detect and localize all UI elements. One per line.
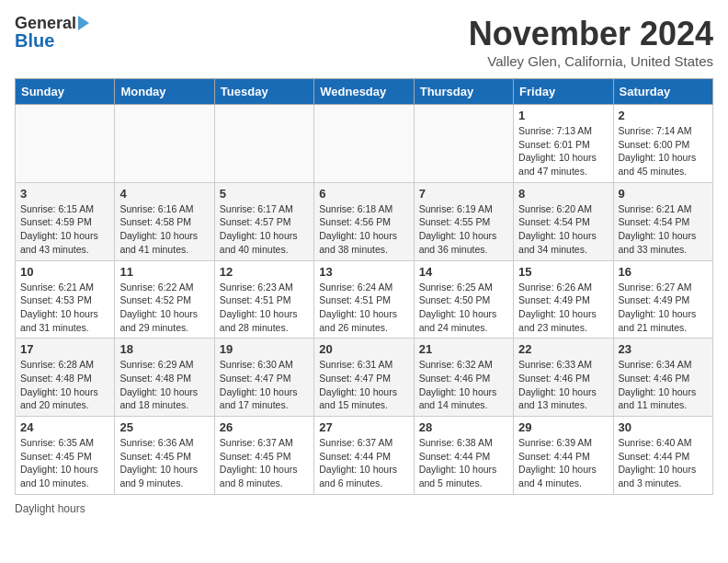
calendar-day-cell: 1Sunrise: 7:13 AMSunset: 6:01 PMDaylight… [514,105,613,183]
day-info: Sunrise: 6:34 AMSunset: 4:46 PMDaylight:… [619,358,708,412]
calendar-week-row: 17Sunrise: 6:28 AMSunset: 4:48 PMDayligh… [16,339,713,417]
day-info: Sunrise: 6:40 AMSunset: 4:44 PMDaylight:… [619,436,708,490]
calendar-day-cell: 7Sunrise: 6:19 AMSunset: 4:55 PMDaylight… [414,182,513,260]
day-number: 22 [518,342,608,356]
footer: Daylight hours [15,502,713,515]
day-info: Sunrise: 6:33 AMSunset: 4:46 PMDaylight:… [518,358,608,412]
day-info: Sunrise: 6:20 AMSunset: 4:54 PMDaylight:… [518,202,608,257]
calendar-day-cell: 24Sunrise: 6:35 AMSunset: 4:45 PMDayligh… [16,417,115,495]
logo-general: General [15,15,76,31]
calendar-day-cell: 29Sunrise: 6:39 AMSunset: 4:44 PMDayligh… [514,417,613,495]
day-number: 27 [319,420,408,434]
day-number: 26 [220,420,309,434]
day-number: 20 [319,342,408,356]
day-info: Sunrise: 6:23 AMSunset: 4:51 PMDaylight:… [220,281,309,335]
calendar-day-cell: 11Sunrise: 6:22 AMSunset: 4:52 PMDayligh… [115,260,214,339]
day-number: 2 [619,109,708,122]
day-number: 6 [319,187,408,201]
day-info: Sunrise: 6:37 AMSunset: 4:44 PMDaylight:… [319,436,408,490]
day-number: 19 [220,342,309,356]
day-number: 14 [419,265,508,279]
day-info: Sunrise: 6:30 AMSunset: 4:47 PMDaylight:… [220,358,309,412]
day-info: Sunrise: 6:26 AMSunset: 4:49 PMDaylight:… [518,281,608,335]
day-number: 7 [419,187,508,201]
calendar-day-header: Thursday [414,79,513,105]
calendar-day-cell: 20Sunrise: 6:31 AMSunset: 4:47 PMDayligh… [314,339,414,417]
day-number: 12 [220,265,309,279]
day-info: Sunrise: 6:18 AMSunset: 4:56 PMDaylight:… [319,202,408,257]
calendar-day-header: Friday [514,79,613,105]
logo: General Blue [15,15,89,50]
calendar-day-header: Sunday [16,79,115,105]
calendar-day-header: Monday [115,79,214,105]
calendar-day-cell: 13Sunrise: 6:24 AMSunset: 4:51 PMDayligh… [314,260,414,339]
day-number: 30 [619,420,708,434]
day-info: Sunrise: 6:36 AMSunset: 4:45 PMDaylight:… [119,436,209,490]
calendar-day-cell: 14Sunrise: 6:25 AMSunset: 4:50 PMDayligh… [414,260,513,339]
calendar-day-cell: 12Sunrise: 6:23 AMSunset: 4:51 PMDayligh… [214,260,313,339]
location-text: Valley Glen, California, United States [469,53,713,69]
day-info: Sunrise: 6:25 AMSunset: 4:50 PMDaylight:… [419,281,508,335]
calendar-day-cell: 18Sunrise: 6:29 AMSunset: 4:48 PMDayligh… [115,339,214,417]
calendar-table: SundayMondayTuesdayWednesdayThursdayFrid… [15,78,713,495]
day-number: 10 [20,265,109,279]
day-info: Sunrise: 6:37 AMSunset: 4:45 PMDaylight:… [220,436,309,490]
day-number: 11 [119,265,209,279]
day-number: 5 [220,187,309,201]
calendar-day-cell: 2Sunrise: 7:14 AMSunset: 6:00 PMDaylight… [613,105,712,183]
day-info: Sunrise: 6:28 AMSunset: 4:48 PMDaylight:… [20,358,109,412]
day-info: Sunrise: 6:38 AMSunset: 4:44 PMDaylight:… [419,436,508,490]
calendar-day-cell: 30Sunrise: 6:40 AMSunset: 4:44 PMDayligh… [613,417,712,495]
calendar-day-cell: 15Sunrise: 6:26 AMSunset: 4:49 PMDayligh… [514,260,613,339]
day-number: 21 [419,342,508,356]
logo-blue: Blue [15,31,54,50]
calendar-day-cell: 23Sunrise: 6:34 AMSunset: 4:46 PMDayligh… [613,339,712,417]
day-info: Sunrise: 6:27 AMSunset: 4:49 PMDaylight:… [619,281,708,335]
day-number: 3 [20,187,109,201]
calendar-day-cell [115,105,214,183]
daylight-hours-label: Daylight hours [15,502,85,515]
month-title: November 2024 [469,15,713,53]
day-number: 25 [119,420,209,434]
day-info: Sunrise: 6:29 AMSunset: 4:48 PMDaylight:… [119,358,209,412]
day-number: 16 [619,265,708,279]
day-number: 15 [518,265,608,279]
logo-arrow-icon [78,16,89,30]
calendar-day-cell: 28Sunrise: 6:38 AMSunset: 4:44 PMDayligh… [414,417,513,495]
day-info: Sunrise: 7:13 AMSunset: 6:01 PMDaylight:… [518,124,608,178]
day-info: Sunrise: 6:24 AMSunset: 4:51 PMDaylight:… [319,281,408,335]
day-number: 17 [20,342,109,356]
day-number: 4 [119,187,209,201]
title-area: November 2024 Valley Glen, California, U… [469,15,713,69]
day-info: Sunrise: 6:21 AMSunset: 4:54 PMDaylight:… [619,202,708,257]
calendar-day-cell: 17Sunrise: 6:28 AMSunset: 4:48 PMDayligh… [16,339,115,417]
day-number: 18 [119,342,209,356]
day-number: 9 [619,187,708,201]
calendar-day-cell: 10Sunrise: 6:21 AMSunset: 4:53 PMDayligh… [16,260,115,339]
calendar-day-cell: 6Sunrise: 6:18 AMSunset: 4:56 PMDaylight… [314,182,414,260]
calendar-header-row: SundayMondayTuesdayWednesdayThursdayFrid… [16,79,713,105]
calendar-week-row: 1Sunrise: 7:13 AMSunset: 6:01 PMDaylight… [16,105,713,183]
day-number: 24 [20,420,109,434]
day-info: Sunrise: 7:14 AMSunset: 6:00 PMDaylight:… [619,124,708,178]
calendar-day-cell [414,105,513,183]
day-info: Sunrise: 6:32 AMSunset: 4:46 PMDaylight:… [419,358,508,412]
day-number: 13 [319,265,408,279]
day-number: 29 [518,420,608,434]
calendar-day-cell: 22Sunrise: 6:33 AMSunset: 4:46 PMDayligh… [514,339,613,417]
day-info: Sunrise: 6:17 AMSunset: 4:57 PMDaylight:… [220,202,309,257]
day-info: Sunrise: 6:15 AMSunset: 4:59 PMDaylight:… [20,202,109,257]
calendar-day-cell: 26Sunrise: 6:37 AMSunset: 4:45 PMDayligh… [214,417,313,495]
day-number: 28 [419,420,508,434]
day-info: Sunrise: 6:35 AMSunset: 4:45 PMDaylight:… [20,436,109,490]
calendar-day-cell [16,105,115,183]
calendar-day-cell: 5Sunrise: 6:17 AMSunset: 4:57 PMDaylight… [214,182,313,260]
day-info: Sunrise: 6:21 AMSunset: 4:53 PMDaylight:… [20,281,109,335]
calendar-day-cell: 3Sunrise: 6:15 AMSunset: 4:59 PMDaylight… [16,182,115,260]
calendar-day-cell: 8Sunrise: 6:20 AMSunset: 4:54 PMDaylight… [514,182,613,260]
calendar-day-header: Saturday [613,79,712,105]
calendar-day-cell: 19Sunrise: 6:30 AMSunset: 4:47 PMDayligh… [214,339,313,417]
calendar-day-header: Tuesday [214,79,313,105]
day-info: Sunrise: 6:22 AMSunset: 4:52 PMDaylight:… [119,281,209,335]
calendar-day-cell: 25Sunrise: 6:36 AMSunset: 4:45 PMDayligh… [115,417,214,495]
